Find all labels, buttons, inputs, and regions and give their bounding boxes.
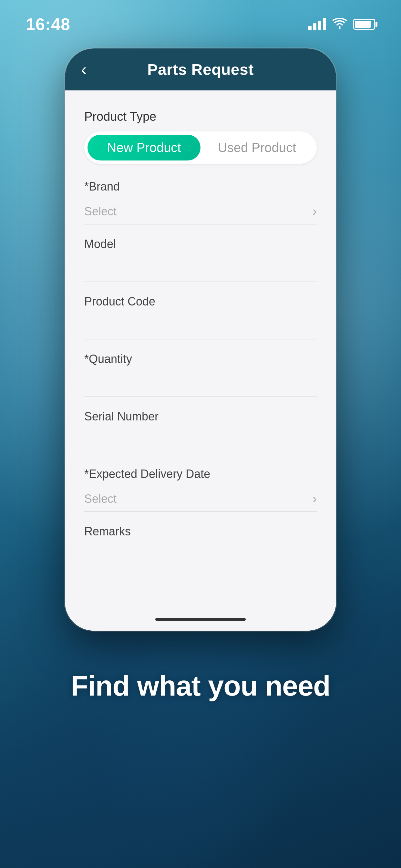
home-indicator <box>65 608 336 631</box>
product-type-field: Product Type New Product Used Product <box>84 110 317 164</box>
serial-number-label: Serial Number <box>84 410 317 423</box>
home-bar <box>155 618 246 621</box>
product-type-toggle[interactable]: New Product Used Product <box>84 131 317 164</box>
expected-delivery-field: *Expected Delivery Date Select › <box>84 467 317 512</box>
serial-number-input[interactable] <box>84 429 317 454</box>
status-bar: 16:48 <box>0 0 401 39</box>
toggle-new-product[interactable]: New Product <box>88 135 201 160</box>
expected-delivery-label: *Expected Delivery Date <box>84 467 317 481</box>
brand-chevron-icon: › <box>312 204 317 219</box>
product-code-label: Product Code <box>84 295 317 308</box>
brand-label: *Brand <box>84 180 317 193</box>
model-field: Model <box>84 237 317 282</box>
remarks-label: Remarks <box>84 525 317 538</box>
back-button[interactable]: ‹ <box>78 58 90 81</box>
model-input[interactable] <box>84 256 317 282</box>
toggle-used-product[interactable]: Used Product <box>201 135 313 160</box>
app-header: ‹ Parts Request <box>65 49 336 90</box>
remarks-field: Remarks <box>84 525 317 569</box>
signal-icon <box>308 18 326 30</box>
remarks-input[interactable] <box>84 544 317 569</box>
quantity-field: *Quantity <box>84 352 317 397</box>
form-area: Product Type New Product Used Product *B… <box>65 90 336 608</box>
status-icons <box>308 18 375 31</box>
page-title: Parts Request <box>147 61 253 79</box>
brand-select-text: Select <box>84 205 117 218</box>
product-code-input[interactable] <box>84 314 317 339</box>
product-type-label: Product Type <box>84 110 317 124</box>
expected-delivery-chevron-icon: › <box>312 492 317 506</box>
status-time: 16:48 <box>26 14 70 34</box>
battery-icon <box>353 19 375 30</box>
quantity-input[interactable] <box>84 371 317 397</box>
model-label: Model <box>84 237 317 251</box>
phone-frame: ‹ Parts Request Product Type New Product… <box>65 49 336 631</box>
serial-number-field: Serial Number <box>84 410 317 454</box>
brand-select[interactable]: Select › <box>84 198 317 224</box>
expected-delivery-select[interactable]: Select › <box>84 486 317 512</box>
wifi-icon <box>333 18 347 31</box>
expected-delivery-select-text: Select <box>84 492 117 506</box>
quantity-label: *Quantity <box>84 352 317 366</box>
tagline: Find what you need <box>71 670 330 702</box>
product-code-field: Product Code <box>84 295 317 339</box>
brand-field: *Brand Select › <box>84 180 317 224</box>
